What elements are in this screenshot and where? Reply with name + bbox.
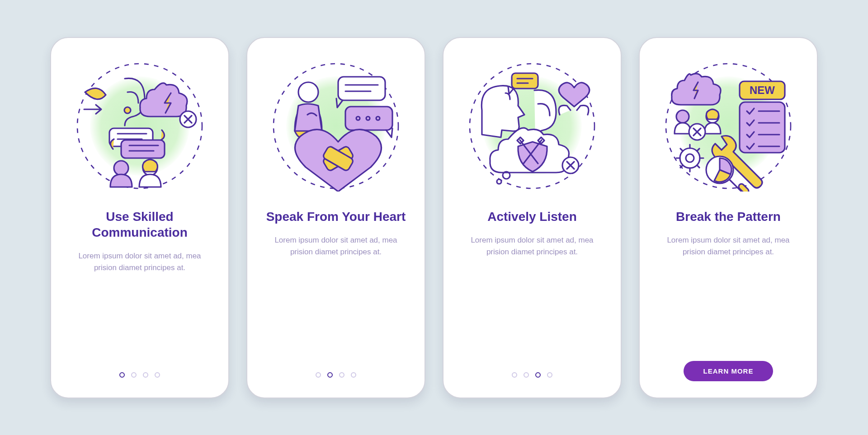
break-the-pattern-icon: NEW — [663, 61, 794, 192]
speak-from-your-heart-icon — [270, 61, 401, 192]
illustration — [74, 61, 205, 192]
svg-point-8 — [298, 82, 318, 102]
learn-more-button[interactable]: LEARN MORE — [684, 361, 774, 381]
svg-rect-9 — [338, 77, 385, 100]
svg-text:NEW: NEW — [750, 84, 775, 96]
screen-description: Lorem ipsum dolor sit amet ad, mea prisi… — [658, 234, 798, 258]
screen-title: Speak From Your Heart — [266, 209, 406, 225]
page-indicator — [512, 372, 552, 378]
screen-description: Lorem ipsum dolor sit amet ad, mea prisi… — [462, 234, 602, 258]
dot-2[interactable] — [524, 372, 529, 378]
dot-2[interactable] — [131, 372, 137, 378]
dot-4[interactable] — [155, 372, 160, 378]
screen-title: Break the Pattern — [676, 209, 781, 225]
illustration: NEW — [663, 61, 794, 192]
illustration — [270, 61, 401, 192]
screen-title: Actively Listen — [487, 209, 577, 225]
page-indicator — [316, 372, 356, 378]
dot-3[interactable] — [339, 372, 344, 378]
onboarding-carousel: Use Skilled Communication Lorem ipsum do… — [50, 37, 818, 398]
dot-4[interactable] — [547, 372, 552, 378]
page-indicator — [119, 372, 160, 378]
screen-description: Lorem ipsum dolor sit amet ad, mea prisi… — [70, 250, 210, 274]
svg-point-5 — [114, 161, 128, 175]
screen-title: Use Skilled Communication — [70, 209, 210, 240]
dot-3[interactable] — [535, 372, 541, 378]
dot-2[interactable] — [327, 372, 333, 378]
dot-1[interactable] — [119, 372, 125, 378]
illustration — [467, 61, 598, 192]
actively-listen-icon — [467, 61, 598, 192]
dot-4[interactable] — [351, 372, 356, 378]
svg-rect-29 — [740, 102, 785, 153]
svg-rect-10 — [345, 107, 392, 130]
onboarding-screen-1: Use Skilled Communication Lorem ipsum do… — [50, 37, 229, 398]
onboarding-screen-4: NEW — [639, 37, 818, 398]
svg-point-24 — [676, 110, 689, 123]
use-skilled-communication-icon — [74, 61, 205, 192]
screen-description: Lorem ipsum dolor sit amet ad, mea prisi… — [266, 234, 406, 258]
svg-point-22 — [497, 179, 501, 184]
dot-1[interactable] — [316, 372, 321, 378]
svg-rect-4 — [121, 140, 165, 158]
onboarding-screen-3: Actively Listen Lorem ipsum dolor sit am… — [443, 37, 622, 398]
dot-3[interactable] — [143, 372, 148, 378]
svg-point-1 — [124, 107, 131, 113]
dot-1[interactable] — [512, 372, 517, 378]
onboarding-screen-2: Speak From Your Heart Lorem ipsum dolor … — [246, 37, 425, 398]
svg-rect-17 — [512, 73, 538, 89]
